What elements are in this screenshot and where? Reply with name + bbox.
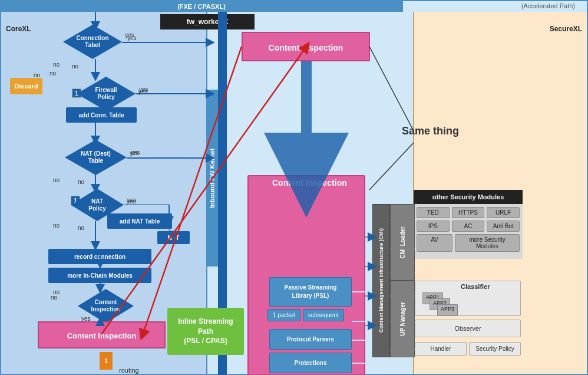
ac-btn[interactable]: AC: [452, 221, 485, 232]
content-inspection-bottom-label: Content Inspection: [67, 331, 137, 340]
ips-btn[interactable]: IPS: [417, 221, 450, 232]
orange-num-box: 1: [100, 352, 113, 370]
ted-btn[interactable]: TED: [417, 207, 450, 218]
yes-3-label: yes: [127, 198, 136, 205]
cmi-loader-label: CMI Loader: [399, 226, 406, 258]
subsequent-btn[interactable]: subsequent: [303, 309, 344, 321]
connection-table-label: ConnectionTabel: [77, 35, 109, 49]
more-security-modules-btn[interactable]: more Security Modules: [455, 234, 520, 252]
handler-row: Handler Security Policy: [415, 342, 521, 356]
discard-label: Discard: [14, 83, 38, 90]
same-thing-annotation: Same thing: [402, 125, 459, 137]
svg-line-45: [369, 47, 414, 131]
protocol-parsers-box: Protocol Parsers: [269, 329, 352, 350]
av-btn[interactable]: AV: [417, 234, 452, 252]
top-header-left: (FXE / CPASXL): [1, 1, 402, 12]
cmi-vertical: Context Management Infrastructure (CMI): [372, 204, 390, 357]
discard-box: Discard: [10, 78, 42, 94]
anti-bot-btn[interactable]: Anti Bot: [487, 221, 520, 232]
protocol-parsers-label: Protocol Parsers: [287, 336, 334, 343]
no-4-label: no: [53, 222, 60, 229]
big-content-inspection-label: Content Inspection: [272, 178, 347, 188]
modules-row-3: AV more Security Modules: [417, 234, 520, 252]
yes-2-label: yes: [130, 150, 139, 156]
cmi-vertical-label: Context Management Infrastructure (CMI): [378, 228, 384, 333]
record-conn-label: record connection: [74, 254, 125, 260]
handler-btn[interactable]: Handler: [415, 342, 467, 356]
more-chain-modules-box: more In-Chain Modules: [48, 268, 151, 283]
no-label-1: no: [53, 61, 60, 68]
content-insp-diamond-label: ContentInspection: [91, 299, 120, 313]
add-conn-table-box: add Conn. Table: [66, 107, 137, 123]
https-btn[interactable]: HTTPS: [452, 207, 485, 218]
observer-label: Observer: [454, 325, 481, 332]
main-container: (FXE / CPASXL) (Accelerated Path) CoreXL…: [0, 0, 588, 375]
modules-row-1: TED HTTPS URLF: [417, 207, 520, 218]
other-security-header-label: other Security Modules: [432, 193, 504, 200]
up-manager-label: UP Manager: [399, 302, 406, 336]
routing-label: routing: [119, 367, 139, 374]
inbound-fw-kernel-label: Inbound FW Kernel: [209, 149, 216, 208]
yes-label-1: yes: [125, 32, 134, 38]
corexl-label: CoreXL: [6, 25, 31, 33]
security-modules-area: TED HTTPS URLF IPS AC Anti Bot AV more S…: [414, 204, 523, 259]
add-nat-table-box: add NAT Table: [107, 213, 172, 229]
fw-worker-box: fw_worker X: [160, 14, 255, 29]
observer-box: Observer: [415, 320, 521, 337]
urlf-btn[interactable]: URLF: [487, 207, 520, 218]
nat-policy-label: NATPolicy: [88, 198, 105, 212]
inbound-fw-kernel: Inbound FW Kernel: [206, 90, 218, 267]
packet-row: 1 packet subsequent: [267, 309, 344, 321]
protections-box: Protections: [269, 353, 352, 373]
content-inspection-top: Content Inspection: [242, 32, 370, 61]
psl-box: Passive Streaming Library (PSL): [269, 277, 352, 307]
inline-streaming-label: Inline Streaming Path (PSL / CPAS): [178, 317, 233, 346]
protections-label: Protections: [294, 360, 326, 366]
firewall-policy-label: FirewallPolicy: [95, 87, 117, 101]
content-inspection-bottom: Content Inspection: [38, 321, 166, 348]
add-nat-label: add NAT Table: [120, 218, 160, 225]
top-header-right: (Accelerated Path): [402, 1, 587, 12]
security-policy-btn[interactable]: Security Policy: [469, 342, 521, 356]
header-right-label: (Accelerated Path): [521, 2, 575, 9]
classifier-label: Classifier: [461, 283, 490, 290]
record-connection-box: record connection: [48, 249, 151, 264]
nat-label: NAT: [168, 235, 180, 241]
up-manager-box: UP Manager: [390, 281, 415, 357]
orange-num-label: 1: [104, 358, 108, 364]
add-conn-label: add Conn. Table: [78, 112, 124, 119]
cmi-loader-box: CMI Loader: [390, 204, 415, 281]
header-left-label: (FXE / CPASXL): [177, 3, 226, 10]
securexl-label: SecureXL: [550, 25, 582, 33]
top-header: (FXE / CPASXL) (Accelerated Path): [1, 1, 587, 12]
content-inspection-top-label: Content Inspection: [269, 43, 343, 52]
yes-fw-label: yes: [138, 88, 148, 95]
app3-box: APP3: [437, 304, 458, 316]
one-packet-btn[interactable]: 1 packet: [267, 309, 300, 321]
modules-row-2: IPS AC Anti Bot: [417, 221, 520, 232]
no-5-label: no: [53, 289, 60, 295]
svg-line-46: [369, 143, 414, 190]
inline-streaming-box: Inline Streaming Path (PSL / CPAS): [167, 308, 244, 355]
nat-dest-label: NAT (Dest)Table: [81, 150, 111, 165]
psl-label: Passive Streaming Library (PSL): [285, 284, 337, 300]
more-chain-label: more In-Chain Modules: [67, 272, 133, 279]
nat-box: NAT: [157, 231, 190, 244]
other-security-modules-header: other Security Modules: [414, 190, 523, 204]
no-3-label: no: [53, 177, 60, 183]
